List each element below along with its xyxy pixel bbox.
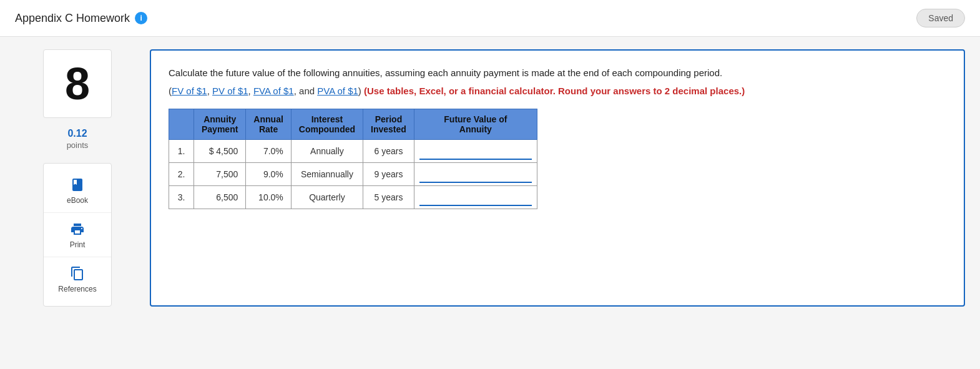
pva-link[interactable]: PVA of $1: [317, 86, 358, 96]
question-area: Calculate the future value of the follow…: [150, 49, 965, 307]
annuity-table: AnnuityPayment AnnualRate InterestCompou…: [169, 109, 537, 209]
fva-link[interactable]: FVA of $1: [253, 86, 294, 96]
row-rate: 7.0%: [246, 140, 291, 163]
page-title: Appendix C Homework: [15, 12, 130, 25]
links-row: (FV of $1, PV of $1, FVA of $1, and PVA …: [169, 86, 946, 96]
sidebar-tools: eBook Print References: [43, 163, 112, 307]
future-value-cell: [414, 163, 537, 186]
future-value-input-2[interactable]: [419, 165, 532, 183]
instruction-text: (Use tables, Excel, or a financial calcu…: [364, 86, 745, 96]
saved-badge: Saved: [916, 9, 965, 27]
row-rate: 10.0%: [246, 186, 291, 209]
row-period: 6 years: [363, 140, 414, 163]
row-period: 9 years: [363, 163, 414, 186]
row-rate: 9.0%: [246, 163, 291, 186]
row-compounded: Quarterly: [291, 186, 363, 209]
row-num: 1.: [169, 140, 194, 163]
row-compounded: Semiannually: [291, 163, 363, 186]
row-payment: 7,500: [194, 163, 246, 186]
table-row: 2.7,5009.0%Semiannually9 years: [169, 163, 537, 186]
question-number-box: 8: [43, 49, 112, 118]
row-period: 5 years: [363, 186, 414, 209]
col-header-compounded: InterestCompounded: [291, 109, 363, 140]
left-panel: 8 0.12 points eBook: [15, 49, 140, 307]
col-header-rate: AnnualRate: [246, 109, 291, 140]
table-row: 1.$ 4,5007.0%Annually6 years: [169, 140, 537, 163]
points-box: 0.12 points: [67, 128, 89, 150]
ebook-label: eBook: [67, 196, 88, 205]
print-label: Print: [70, 240, 86, 249]
print-icon: [69, 220, 86, 238]
fv-link[interactable]: FV of $1: [172, 86, 207, 96]
future-value-input-1[interactable]: [419, 142, 532, 160]
row-num: 3.: [169, 186, 194, 209]
future-value-cell: [414, 186, 537, 209]
pv-link[interactable]: PV of $1: [212, 86, 248, 96]
row-compounded: Annually: [291, 140, 363, 163]
book-icon: [69, 176, 86, 194]
print-tool[interactable]: Print: [44, 213, 111, 257]
points-label: points: [67, 140, 89, 150]
table-container: AnnuityPayment AnnualRate InterestCompou…: [169, 109, 946, 209]
row-num: 2.: [169, 163, 194, 186]
row-payment: $ 4,500: [194, 140, 246, 163]
future-value-cell: [414, 140, 537, 163]
references-label: References: [58, 285, 96, 293]
future-value-input-3[interactable]: [419, 189, 532, 206]
references-tool[interactable]: References: [44, 257, 111, 301]
col-header-period: PeriodInvested: [363, 109, 414, 140]
points-value: 0.12: [67, 128, 89, 139]
question-text: Calculate the future value of the follow…: [169, 66, 946, 81]
main-content: 8 0.12 points eBook: [0, 37, 980, 319]
ebook-tool[interactable]: eBook: [44, 169, 111, 213]
col-header-payment: AnnuityPayment: [194, 109, 246, 140]
table-row: 3.6,50010.0%Quarterly5 years: [169, 186, 537, 209]
header-left: Appendix C Homework i: [15, 12, 147, 25]
col-header-num: [169, 109, 194, 140]
col-header-future-value: Future Value ofAnnuity: [414, 109, 537, 140]
question-number: 8: [65, 58, 90, 109]
references-icon: [69, 265, 86, 282]
info-icon[interactable]: i: [135, 12, 147, 24]
row-payment: 6,500: [194, 186, 246, 209]
header: Appendix C Homework i Saved: [0, 0, 980, 37]
